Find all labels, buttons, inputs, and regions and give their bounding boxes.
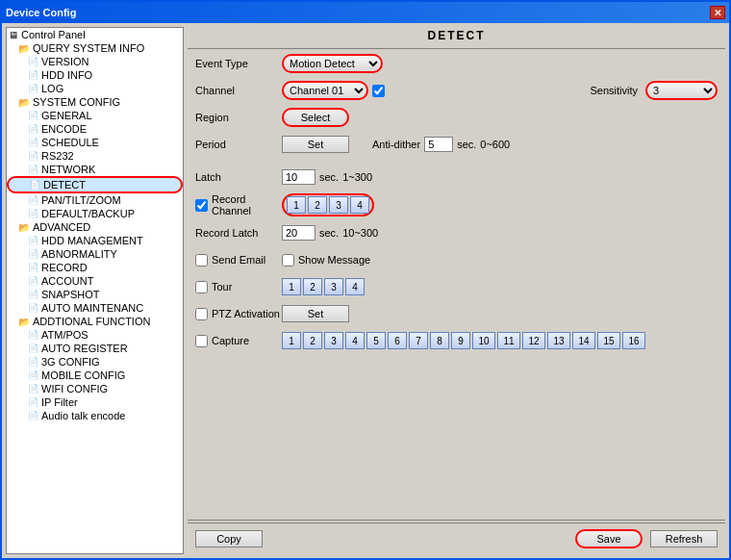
anti-dither-unit: sec. — [457, 139, 476, 150]
region-controls: Select — [282, 108, 718, 127]
event-type-select[interactable]: Motion Detect Video Blind Video Loss — [282, 54, 383, 73]
cap-ch15[interactable]: 15 — [597, 332, 620, 349]
copy-button[interactable]: Copy — [195, 530, 263, 547]
period-set-button[interactable]: Set — [282, 136, 349, 153]
tree-item-advanced[interactable]: 📂ADVANCED — [7, 220, 183, 234]
send-email-label: Send Email — [212, 254, 265, 266]
channel-checkbox[interactable] — [372, 85, 385, 97]
tree-item-schedule[interactable]: 📄SCHEDULE — [7, 136, 183, 149]
tree-item-hdd_info[interactable]: 📄HDD INFO — [7, 68, 183, 82]
tree-item-label: DEFAULT/BACKUP — [41, 208, 135, 219]
ptz-area: PTZ Activation — [195, 308, 282, 320]
folder-icon: 📂 — [18, 317, 30, 327]
tree-item-default_backup[interactable]: 📄DEFAULT/BACKUP — [7, 207, 183, 220]
cap-ch11[interactable]: 11 — [497, 332, 520, 349]
tree-item-rs232[interactable]: 📄RS232 — [7, 149, 183, 163]
tree-item-mobile_config[interactable]: 📄MOBILE CONFIG — [7, 369, 183, 382]
capture-checkbox[interactable] — [195, 335, 208, 347]
record-ch4-btn[interactable]: 4 — [350, 196, 369, 214]
cap-ch12[interactable]: 12 — [522, 332, 545, 349]
tree-item-account[interactable]: 📄ACCOUNT — [7, 274, 183, 288]
cap-ch8[interactable]: 8 — [430, 332, 449, 349]
tree-item-label: 3G CONFIG — [41, 356, 100, 368]
tree-item-auto_register[interactable]: 📄AUTO REGISTER — [7, 342, 183, 355]
tree-item-record[interactable]: 📄RECORD — [7, 261, 183, 274]
page-icon: 📄 — [28, 111, 38, 120]
cap-ch6[interactable]: 6 — [388, 332, 407, 349]
record-channel-checkbox[interactable] — [195, 199, 208, 212]
tree-item-auto_maintenance[interactable]: 📄AUTO MAINTENANC — [7, 301, 183, 315]
tree-item-audio_talk[interactable]: 📄Audio talk encode — [7, 409, 183, 422]
tree-item-pan_tilt_zoom[interactable]: 📄PAN/TILT/ZOOM — [7, 193, 183, 207]
detect-form: Event Type Motion Detect Video Blind Vid… — [188, 51, 725, 518]
capture-label: Capture — [212, 335, 249, 346]
ptz-checkbox[interactable] — [195, 308, 208, 320]
tree-item-label: Audio talk encode — [41, 410, 125, 421]
device-config-window: Device Config ✕ 🖥Control Panel📂QUERY SYS… — [0, 0, 731, 560]
save-button[interactable]: Save — [575, 529, 643, 548]
tree-item-network[interactable]: 📄NETWORK — [7, 163, 183, 176]
tree-item-encode[interactable]: 📄ENCODE — [7, 122, 183, 136]
tree-item-system_config[interactable]: 📂SYSTEM CONFIG — [7, 95, 183, 109]
page-icon: 📄 — [28, 165, 38, 174]
tree-item-label: HDD INFO — [41, 69, 92, 81]
latch-input[interactable] — [282, 169, 315, 185]
sensitivity-select[interactable]: 1 2 3 4 5 6 — [645, 81, 718, 100]
record-latch-input[interactable] — [282, 225, 315, 241]
page-icon: 📄 — [28, 151, 38, 161]
cap-ch1[interactable]: 1 — [282, 332, 301, 349]
period-label: Period — [195, 139, 282, 150]
tree-item-wifi_config[interactable]: 📄WIFI CONFIG — [7, 382, 183, 395]
show-message-checkbox[interactable] — [282, 254, 294, 267]
region-select-button[interactable]: Select — [282, 108, 349, 127]
tree-item-query_system_info[interactable]: 📂QUERY SYSTEM INFO — [7, 41, 183, 55]
cap-ch10[interactable]: 10 — [472, 332, 495, 349]
tree-item-version[interactable]: 📄VERSION — [7, 55, 183, 68]
send-email-checkbox[interactable] — [195, 254, 208, 267]
tree-item-label: HDD MANAGEMENT — [41, 235, 143, 246]
capture-area: Capture — [195, 335, 282, 347]
cap-ch2[interactable]: 2 — [303, 332, 322, 349]
page-icon: 📄 — [28, 138, 38, 147]
record-channel-row: Record Channel 1 2 3 4 — [195, 193, 718, 216]
tree-item-additional_function[interactable]: 📂ADDTIONAL FUNCTION — [7, 315, 183, 328]
close-button[interactable]: ✕ — [710, 6, 725, 19]
tree-item-hdd_management[interactable]: 📄HDD MANAGEMENT — [7, 234, 183, 247]
cap-ch4[interactable]: 4 — [345, 332, 365, 349]
tree-item-label: SNAPSHOT — [41, 289, 100, 300]
record-ch1-btn[interactable]: 1 — [287, 196, 306, 214]
tree-item-atm_pos[interactable]: 📄ATM/POS — [7, 328, 183, 342]
refresh-button[interactable]: Refresh — [650, 530, 718, 547]
tour-ch1-btn[interactable]: 1 — [282, 278, 301, 295]
bottom-bar: Copy Save Refresh — [188, 522, 725, 554]
detect-header: DETECT — [188, 27, 725, 46]
tour-ch3-btn[interactable]: 3 — [324, 278, 343, 295]
tour-checkbox[interactable] — [195, 281, 208, 293]
tree-item-ip_filter[interactable]: 📄IP Filter — [7, 395, 183, 409]
anti-dither-input[interactable] — [424, 137, 453, 152]
tree-item-abnormality[interactable]: 📄ABNORMALITY — [7, 247, 183, 261]
channel-select[interactable]: Channel 01 Channel 02 Channel 03 Channel… — [282, 81, 368, 100]
tree-item-label: IP Filter — [41, 396, 78, 408]
cap-ch13[interactable]: 13 — [547, 332, 570, 349]
tree-item-detect[interactable]: 📄DETECT — [7, 176, 183, 193]
tree-item-3g_config[interactable]: 📄3G CONFIG — [7, 355, 183, 369]
tour-ch2-btn[interactable]: 2 — [303, 278, 322, 295]
tour-ch4-btn[interactable]: 4 — [345, 278, 365, 295]
cap-ch9[interactable]: 9 — [451, 332, 470, 349]
window-title: Device Config — [6, 7, 76, 18]
cap-ch16[interactable]: 16 — [622, 332, 645, 349]
tree-item-log[interactable]: 📄LOG — [7, 82, 183, 95]
region-row: Region Select — [195, 107, 718, 128]
record-ch2-btn[interactable]: 2 — [308, 196, 327, 214]
cap-ch5[interactable]: 5 — [366, 332, 386, 349]
ptz-set-button[interactable]: Set — [282, 305, 349, 322]
tree-item-control_panel[interactable]: 🖥Control Panel — [7, 28, 183, 41]
record-ch3-btn[interactable]: 3 — [329, 196, 348, 214]
cap-ch3[interactable]: 3 — [324, 332, 343, 349]
record-channel-controls: 1 2 3 4 — [282, 193, 718, 216]
cap-ch14[interactable]: 14 — [572, 332, 595, 349]
tree-item-snapshot[interactable]: 📄SNAPSHOT — [7, 288, 183, 301]
cap-ch7[interactable]: 7 — [409, 332, 428, 349]
tree-item-general[interactable]: 📄GENERAL — [7, 109, 183, 122]
